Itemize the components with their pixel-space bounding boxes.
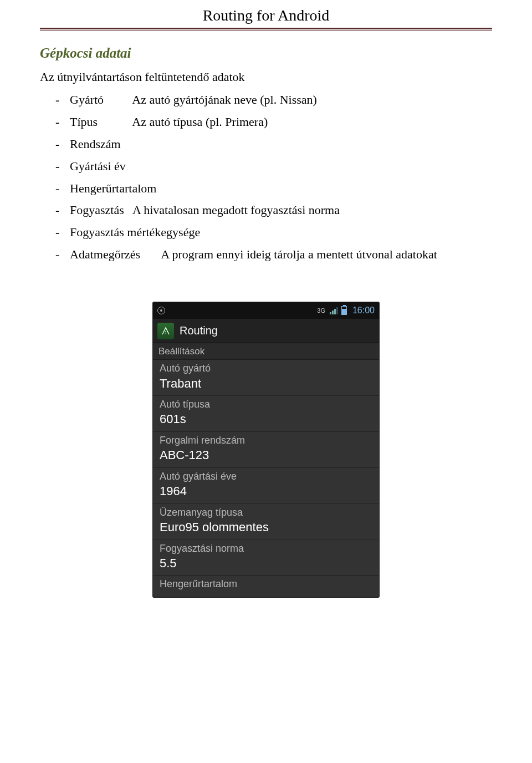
- app-title: Routing: [180, 324, 218, 337]
- phone-screenshot: 3G 16:00 Routing Beállítások Autó gyártó…: [153, 302, 379, 597]
- list-item: Gyártási év: [70, 157, 492, 175]
- setting-key: Hengerűrtartalom: [160, 578, 374, 591]
- setting-value: 5.5: [160, 556, 374, 571]
- list-item: Gyártó Az autó gyártójának neve (pl. Nis…: [70, 91, 492, 109]
- field-label: Fogyasztás mértékegysége: [70, 225, 200, 239]
- setting-key: Üzemanyag típusa: [160, 506, 374, 519]
- field-label: Rendszám: [70, 137, 121, 151]
- setting-value: ABC-123: [160, 447, 374, 463]
- setting-key: Forgalmi rendszám: [160, 434, 374, 447]
- clock: 16:00: [352, 306, 375, 316]
- list-item: Fogyasztás mértékegysége: [70, 223, 492, 241]
- setting-key: Autó gyártási éve: [160, 470, 374, 483]
- list-item: Hengerűrtartalom: [70, 180, 492, 197]
- network-label: 3G: [317, 307, 325, 314]
- app-icon: [157, 323, 174, 339]
- status-bar: 3G 16:00: [153, 302, 379, 319]
- list-item: Fogyasztás A hivatalosan megadott fogyas…: [70, 201, 492, 219]
- setting-key: Fogyasztási norma: [160, 542, 374, 555]
- battery-icon: [341, 306, 347, 315]
- setting-key: Autó gyártó: [160, 362, 374, 375]
- field-label: Adatmegőrzés: [70, 246, 158, 263]
- header-rule: [40, 28, 492, 31]
- field-desc: Az autó gyártójának neve (pl. Nissan): [132, 93, 317, 106]
- field-label: Gyártási év: [70, 159, 126, 173]
- setting-row[interactable]: Üzemanyag típusa Euro95 olommentes: [153, 504, 379, 540]
- setting-row[interactable]: Autó típusa 601s: [153, 396, 379, 432]
- setting-row[interactable]: Autó gyártási éve 1964: [153, 468, 379, 504]
- setting-value: Euro95 olommentes: [160, 520, 374, 535]
- setting-value: Trabant: [160, 376, 374, 391]
- settings-section-label: Beállítások: [153, 343, 379, 360]
- signal-icon: [330, 307, 338, 314]
- intro-text: Az útnyilvántartáson feltüntetendő adato…: [40, 70, 492, 84]
- list-item: Rendszám: [70, 135, 492, 153]
- field-label: Fogyasztás: [70, 203, 124, 217]
- setting-value: 1964: [160, 484, 374, 499]
- list-item: Adatmegőrzés A program ennyi ideig tárol…: [70, 246, 492, 263]
- setting-row[interactable]: Autó gyártó Trabant: [153, 360, 379, 396]
- field-desc: A hivatalosan megadott fogyasztási norma: [132, 203, 340, 217]
- field-desc: Az autó típusa (pl. Primera): [132, 115, 268, 129]
- setting-row[interactable]: Forgalmi rendszám ABC-123: [153, 432, 379, 468]
- setting-row[interactable]: Hengerűrtartalom: [153, 576, 379, 597]
- app-header: Routing: [153, 319, 379, 343]
- setting-row[interactable]: Fogyasztási norma 5.5: [153, 540, 379, 576]
- list-item: Típus Az autó típusa (pl. Primera): [70, 113, 492, 131]
- gps-icon: [157, 307, 165, 314]
- setting-value: 601s: [160, 411, 374, 427]
- field-list: Gyártó Az autó gyártójának neve (pl. Nis…: [40, 91, 492, 263]
- section-heading: Gépkocsi adatai: [40, 45, 492, 61]
- page-title: Routing for Android: [40, 7, 492, 27]
- field-desc: A program ennyi ideig tárolja a mentett …: [161, 247, 437, 261]
- field-label: Gyártó: [70, 91, 130, 109]
- field-label: Típus: [70, 113, 130, 131]
- setting-key: Autó típusa: [160, 398, 374, 411]
- field-label: Hengerűrtartalom: [70, 181, 156, 195]
